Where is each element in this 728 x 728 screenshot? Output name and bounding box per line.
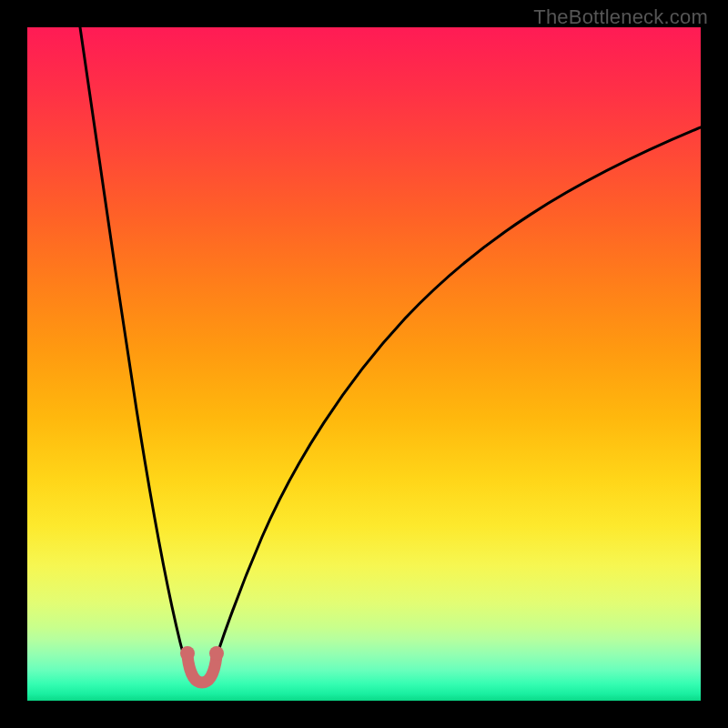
right-curve — [217, 127, 701, 656]
highlight-point-right — [209, 646, 224, 661]
bottleneck-curve — [27, 27, 701, 701]
watermark-text: TheBottleneck.com — [533, 5, 708, 29]
plot-area — [27, 27, 701, 701]
left-curve — [80, 27, 187, 658]
highlight-u — [187, 656, 217, 682]
highlight-point-left — [180, 646, 195, 661]
